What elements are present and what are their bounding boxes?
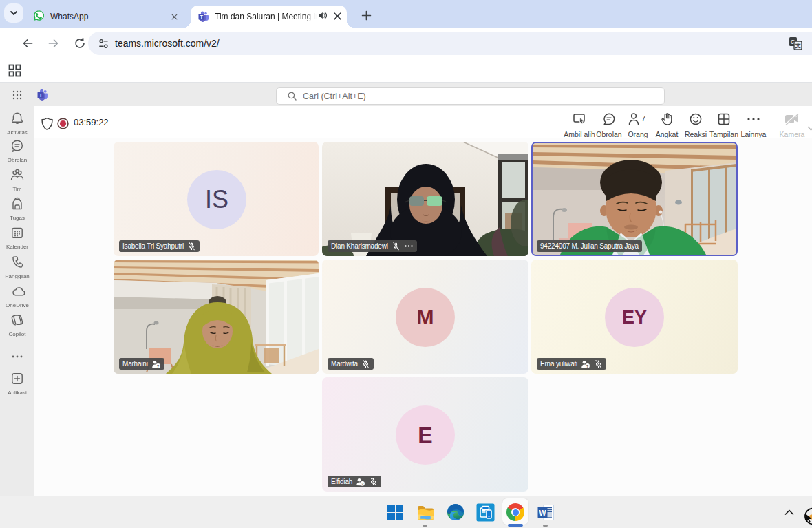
svg-text:文: 文 xyxy=(795,42,801,49)
svg-text:T: T xyxy=(39,92,43,98)
svg-text:W: W xyxy=(539,508,546,516)
svg-text:?: ? xyxy=(361,481,364,485)
svg-text:?: ? xyxy=(586,363,589,368)
svg-text:T: T xyxy=(200,14,204,20)
svg-text:?: ? xyxy=(157,363,160,368)
